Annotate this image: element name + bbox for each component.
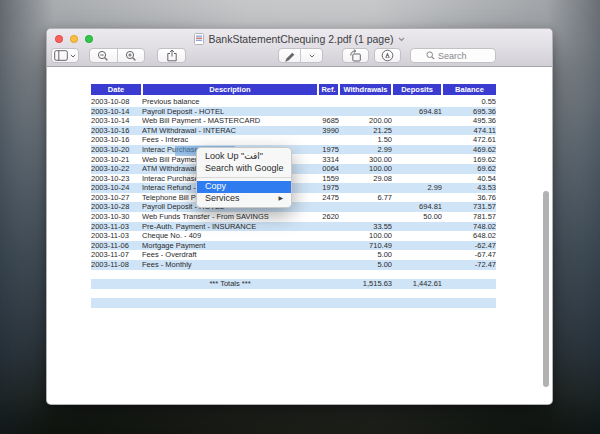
chevron-down-icon — [309, 54, 315, 58]
close-button[interactable] — [55, 35, 63, 43]
menu-item-label: Copy — [205, 181, 226, 193]
view-options-button[interactable] — [51, 48, 79, 63]
submenu-arrow-icon: ▶ — [278, 193, 283, 205]
statement-table-body: 2003-10-08Previous balance0.552003-10-14… — [91, 96, 496, 308]
totals-row[interactable]: *** Totals ***1,515.631,442.61 — [91, 279, 496, 289]
zoom-buttons — [89, 48, 145, 63]
markup-toolbar-toggle-button[interactable] — [374, 48, 401, 63]
menu-item-label: Services — [205, 193, 240, 205]
table-row[interactable]: 2003-11-07Fees - Overdraft5.00-67.47 — [91, 250, 496, 260]
preview-window: BankStatementChequing 2.pdf (1 page) — [46, 28, 553, 405]
zoom-out-icon — [97, 50, 109, 62]
table-row[interactable]: 2003-10-20Interac Purchase - ELECTRONICS… — [91, 145, 496, 155]
fullscreen-button[interactable] — [85, 35, 93, 43]
table-row[interactable]: 2003-10-30Web Funds Transfer - From SAVI… — [91, 212, 496, 222]
traffic-lights — [55, 35, 93, 43]
share-icon — [166, 49, 178, 62]
table-row[interactable]: 2003-10-08Previous balance0.55 — [91, 96, 496, 107]
search-input[interactable] — [438, 51, 480, 61]
column-header: Balance — [442, 84, 496, 96]
table-row[interactable]: 2003-10-27Telephone Bill Payment - VIDEO… — [91, 193, 496, 203]
menu-item-search[interactable]: Search with Google — [197, 163, 291, 175]
context-menu: Look Up "اقت"Search with GoogleCopyServi… — [196, 147, 292, 208]
pdf-page: DateDescriptionRef.WithdrawalsDepositsBa… — [47, 67, 552, 404]
pdf-proxy-icon[interactable] — [194, 33, 204, 45]
blank-row[interactable] — [91, 270, 496, 280]
markup-pen-button[interactable] — [279, 49, 300, 62]
window-title: BankStatementChequing 2.pdf (1 page) — [208, 33, 393, 45]
menu-separator — [197, 177, 291, 178]
markup-pen-icon — [283, 49, 296, 62]
annotate-circle-icon — [381, 49, 394, 62]
table-row[interactable]: 2003-10-21Web Bill Payment - AMEX3314300… — [91, 154, 496, 164]
blank-row[interactable] — [91, 298, 496, 308]
rotate-left-icon — [349, 49, 362, 62]
zoom-in-icon — [125, 50, 137, 62]
desktop: BankStatementChequing 2.pdf (1 page) — [0, 0, 600, 434]
vertical-scrollbar-thumb[interactable] — [543, 191, 549, 387]
table-row[interactable]: 2003-10-24Interac Refund - ELECTRONICS19… — [91, 183, 496, 193]
zoom-out-button[interactable] — [90, 49, 117, 62]
column-header: Deposits — [392, 84, 442, 96]
table-header-row: DateDescriptionRef.WithdrawalsDepositsBa… — [91, 84, 496, 96]
markup-button-group — [278, 48, 323, 63]
sidebar-view-icon — [54, 50, 76, 61]
table-row[interactable]: 2003-10-14Web Bill Payment - MASTERCARD9… — [91, 116, 496, 126]
table-row[interactable]: 2003-11-06Mortgage Payment710.49-62.47 — [91, 241, 496, 251]
column-header: Ref. — [318, 84, 339, 96]
menu-item-look[interactable]: Look Up "اقت" — [197, 151, 291, 163]
menu-item-label: Look Up "اقت" — [205, 151, 263, 163]
table-row[interactable]: 2003-10-16ATM Withdrawal - INTERAC399021… — [91, 126, 496, 136]
table-row[interactable]: 2003-11-08Fees - Monthly5.00-72.47 — [91, 260, 496, 270]
menu-item-label: Search with Google — [205, 163, 284, 175]
table-row[interactable]: 2003-10-16Fees - Interac1.50472.61 — [91, 135, 496, 145]
column-header: Withdrawals — [339, 84, 392, 96]
markup-dropdown-button[interactable] — [300, 49, 322, 62]
table-row[interactable]: 2003-10-28Payroll Deposit - HOTEL694.817… — [91, 202, 496, 212]
table-row[interactable]: 2003-10-23Interac Purchase - SUPERMARKET… — [91, 174, 496, 184]
rotate-button[interactable] — [342, 48, 369, 63]
column-header: Date — [91, 84, 142, 96]
window-title-area: BankStatementChequing 2.pdf (1 page) — [107, 30, 492, 48]
table-row[interactable]: 2003-10-14Payroll Deposit - HOTEL694.816… — [91, 107, 496, 117]
menu-item-services[interactable]: Services▶ — [197, 193, 291, 205]
minimize-button[interactable] — [70, 35, 78, 43]
table-row[interactable]: 2003-11-03Cheque No. - 409100.00648.02 — [91, 231, 496, 241]
share-button[interactable] — [157, 48, 186, 63]
table-row[interactable]: 2003-10-22ATM Withdrawal - FIRST BANK006… — [91, 164, 496, 174]
statement-table: DateDescriptionRef.WithdrawalsDepositsBa… — [91, 84, 496, 308]
search-icon — [426, 51, 435, 60]
zoom-in-button[interactable] — [117, 49, 145, 62]
menu-item-copy[interactable]: Copy — [197, 181, 291, 193]
column-header: Description — [142, 84, 318, 96]
toolbar — [47, 48, 552, 64]
window-titlebar: BankStatementChequing 2.pdf (1 page) — [47, 29, 552, 67]
search-field[interactable] — [410, 48, 496, 63]
table-row[interactable]: 2003-11-03Pre-Auth. Payment - INSURANCE3… — [91, 222, 496, 232]
blank-row[interactable] — [91, 289, 496, 299]
title-chevron-icon[interactable] — [398, 37, 405, 42]
